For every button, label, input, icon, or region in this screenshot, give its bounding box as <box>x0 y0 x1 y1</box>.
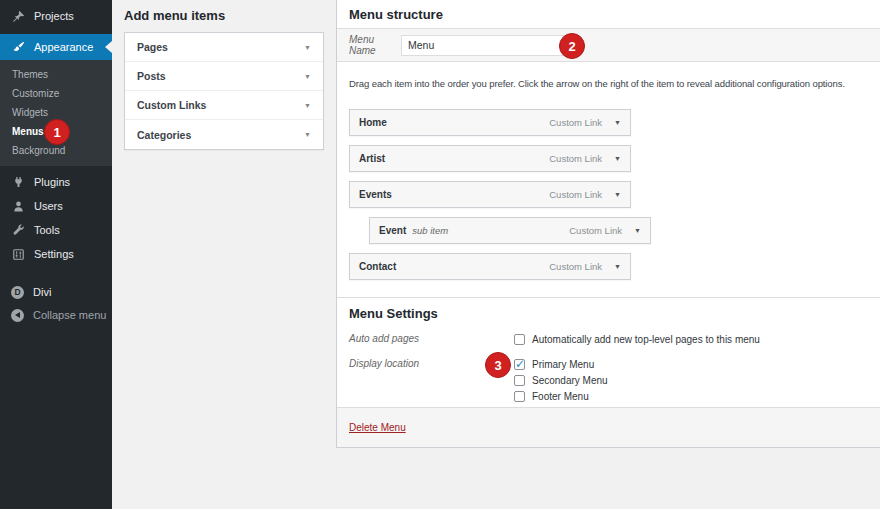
chevron-down-icon: ▼ <box>304 102 311 109</box>
sub-item-note: sub item <box>412 225 448 236</box>
auto-add-pages-label: Auto add pages <box>349 331 514 347</box>
checkbox-auto-add-pages[interactable] <box>514 334 525 345</box>
add-menu-items-accordion: Pages ▼ Posts ▼ Custom Links ▼ Categorie… <box>124 32 324 150</box>
item-type-label: Custom Link <box>549 189 602 200</box>
annotation-badge-2: 2 <box>559 33 585 59</box>
chevron-down-icon[interactable]: ▼ <box>634 227 641 234</box>
menu-structure-title: Menu structure <box>337 0 880 28</box>
chevron-down-icon[interactable]: ▼ <box>614 119 621 126</box>
menu-name-input[interactable] <box>401 35 577 56</box>
appearance-submenu: Themes Customize Widgets Menus 1 Backgro… <box>0 60 112 166</box>
delete-menu-link[interactable]: Delete Menu <box>349 422 406 433</box>
item-type-label: Custom Link <box>549 153 602 164</box>
sidebar-item-tools[interactable]: Tools <box>0 218 112 242</box>
accordion-categories[interactable]: Categories ▼ <box>125 120 323 149</box>
menu-footer-bar: Delete Menu <box>337 407 880 447</box>
item-type-label: Custom Link <box>569 225 622 236</box>
menu-item-event-sub[interactable]: Event sub item Custom Link ▼ <box>369 217 651 244</box>
sidebar-item-settings[interactable]: Settings <box>0 242 112 266</box>
sliders-icon <box>11 247 25 261</box>
add-menu-items-panel: Add menu items Pages ▼ Posts ▼ Custom Li… <box>112 0 336 509</box>
menu-item-contact[interactable]: Contact Custom Link ▼ <box>349 253 631 280</box>
admin-sidebar: Projects Appearance Themes Customize Wid… <box>0 0 112 509</box>
sidebar-item-label: Collapse menu <box>33 309 106 321</box>
wrench-icon <box>11 223 25 237</box>
chevron-down-icon[interactable]: ▼ <box>614 263 621 270</box>
sidebar-item-label: Settings <box>34 248 74 260</box>
menu-name-bar: Menu Name 2 <box>337 28 880 62</box>
sidebar-item-label: Plugins <box>34 176 70 188</box>
menu-structure-panel: Menu structure Menu Name 2 Drag each ite… <box>336 0 880 448</box>
sidebar-item-appearance[interactable]: Appearance <box>0 34 112 60</box>
submenu-item-themes[interactable]: Themes <box>0 65 112 84</box>
chevron-down-icon[interactable]: ▼ <box>614 191 621 198</box>
sidebar-item-projects[interactable]: Projects <box>0 2 112 30</box>
menu-item-events[interactable]: Events Custom Link ▼ <box>349 181 631 208</box>
divi-icon: D <box>11 286 24 299</box>
display-location-row: Display location 3 Primary Menu Secondar… <box>349 356 868 404</box>
accordion-custom-links[interactable]: Custom Links ▼ <box>125 91 323 120</box>
item-type-label: Custom Link <box>549 261 602 272</box>
chevron-down-icon: ▼ <box>304 44 311 51</box>
menu-settings-section: Menu Settings Auto add pages Automatical… <box>337 297 880 404</box>
sidebar-item-label: Appearance <box>34 41 93 53</box>
chevron-down-icon: ▼ <box>304 73 311 80</box>
checkbox-primary-menu[interactable] <box>514 359 525 370</box>
accordion-pages[interactable]: Pages ▼ <box>125 33 323 62</box>
user-icon <box>11 199 25 213</box>
submenu-item-menus[interactable]: Menus 1 <box>0 122 112 141</box>
sidebar-item-plugins[interactable]: Plugins <box>0 170 112 194</box>
auto-add-option-label: Automatically add new top-level pages to… <box>532 334 760 345</box>
pin-icon <box>11 9 25 23</box>
sidebar-item-label: Divi <box>33 286 51 298</box>
checkbox-secondary-menu[interactable] <box>514 375 525 386</box>
annotation-badge-3: 3 <box>485 352 511 378</box>
menu-item-home[interactable]: Home Custom Link ▼ <box>349 109 631 136</box>
sidebar-item-users[interactable]: Users <box>0 194 112 218</box>
add-menu-items-title: Add menu items <box>112 0 336 23</box>
chevron-down-icon[interactable]: ▼ <box>614 155 621 162</box>
sidebar-item-label: Users <box>34 200 63 212</box>
menu-settings-title: Menu Settings <box>349 306 868 321</box>
menu-item-artist[interactable]: Artist Custom Link ▼ <box>349 145 631 172</box>
submenu-item-customize[interactable]: Customize <box>0 84 112 103</box>
sidebar-item-divi[interactable]: D Divi <box>0 280 112 304</box>
chevron-down-icon: ▼ <box>304 131 311 138</box>
annotation-badge-1: 1 <box>44 119 70 145</box>
checkbox-footer-menu[interactable] <box>514 391 525 402</box>
sidebar-item-label: Projects <box>34 10 74 22</box>
item-type-label: Custom Link <box>549 117 602 128</box>
active-menu-arrow <box>105 41 112 53</box>
sidebar-item-collapse-menu[interactable]: Collapse menu <box>0 304 112 326</box>
auto-add-pages-row: Auto add pages Automatically add new top… <box>349 331 868 347</box>
plug-icon <box>11 175 25 189</box>
brush-icon <box>11 40 25 54</box>
menu-items-list: Home Custom Link ▼ Artist Custom Link ▼ … <box>337 89 880 280</box>
accordion-posts[interactable]: Posts ▼ <box>125 62 323 91</box>
collapse-arrow-icon <box>11 309 24 322</box>
drag-instructions: Drag each item into the order you prefer… <box>337 62 880 89</box>
sidebar-item-label: Tools <box>34 224 60 236</box>
menu-name-label: Menu Name <box>349 34 401 56</box>
